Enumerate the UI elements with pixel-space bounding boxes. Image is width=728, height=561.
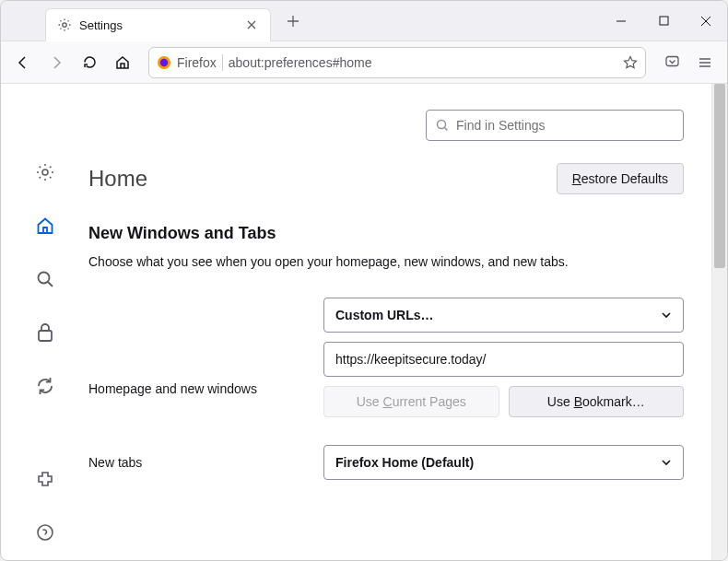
url-bar[interactable]: Firefox about:preferences#home bbox=[148, 47, 646, 78]
titlebar: Settings bbox=[1, 1, 727, 41]
gear-icon bbox=[57, 18, 72, 32]
use-current-pages-button[interactable]: Use Current Pages bbox=[323, 386, 499, 417]
sidebar-home[interactable] bbox=[30, 211, 60, 240]
section-title: New Windows and Tabs bbox=[88, 224, 684, 243]
home-button[interactable] bbox=[108, 48, 137, 77]
reload-button[interactable] bbox=[75, 48, 104, 77]
svg-rect-7 bbox=[39, 331, 52, 341]
settings-search-input[interactable] bbox=[456, 118, 674, 133]
sidebar-extensions[interactable] bbox=[30, 464, 60, 494]
sidebar-help[interactable] bbox=[30, 518, 60, 547]
sidebar-sync[interactable] bbox=[30, 371, 60, 401]
svg-rect-4 bbox=[666, 57, 678, 66]
scrollbar-thumb[interactable] bbox=[714, 84, 725, 268]
tab-title: Settings bbox=[79, 18, 244, 32]
svg-point-6 bbox=[38, 273, 49, 284]
url-text: about:preferences#home bbox=[229, 55, 617, 70]
homepage-label: Homepage and new windows bbox=[88, 381, 323, 396]
newtabs-select[interactable]: Firefox Home (Default) bbox=[323, 445, 684, 480]
svg-point-3 bbox=[160, 58, 168, 65]
chevron-down-icon bbox=[661, 457, 672, 468]
use-bookmark-button[interactable]: Use Bookmark… bbox=[509, 386, 685, 417]
restore-defaults-button[interactable]: Restore Defaults bbox=[557, 163, 684, 194]
sidebar-search[interactable] bbox=[30, 264, 60, 294]
settings-search[interactable] bbox=[426, 110, 684, 141]
url-separator bbox=[222, 54, 223, 71]
svg-point-9 bbox=[438, 121, 446, 129]
back-button[interactable] bbox=[8, 48, 38, 77]
forward-button bbox=[41, 48, 71, 77]
toolbar: Firefox about:preferences#home bbox=[1, 41, 727, 84]
bookmark-star-icon[interactable] bbox=[623, 55, 638, 70]
homepage-url-input[interactable] bbox=[323, 342, 684, 377]
sidebar-privacy[interactable] bbox=[30, 318, 60, 347]
maximize-button[interactable] bbox=[642, 1, 685, 41]
svg-point-5 bbox=[42, 169, 48, 175]
sidebar bbox=[1, 84, 88, 560]
save-pocket-button[interactable] bbox=[657, 48, 687, 77]
newtabs-label: New tabs bbox=[88, 455, 323, 470]
search-icon bbox=[436, 119, 449, 132]
section-description: Choose what you see when you open your h… bbox=[88, 252, 684, 272]
vertical-scrollbar[interactable] bbox=[711, 84, 727, 560]
new-tab-button[interactable] bbox=[280, 8, 306, 34]
firefox-icon bbox=[157, 55, 171, 70]
window-controls bbox=[600, 1, 727, 41]
homepage-mode-value: Custom URLs… bbox=[335, 308, 434, 322]
close-icon[interactable] bbox=[244, 18, 259, 32]
svg-rect-1 bbox=[660, 17, 668, 25]
browser-tab[interactable]: Settings bbox=[45, 8, 271, 41]
content-area: Home Restore Defaults New Windows and Ta… bbox=[1, 84, 711, 560]
close-window-button[interactable] bbox=[685, 1, 727, 41]
main-panel: Home Restore Defaults New Windows and Ta… bbox=[88, 84, 711, 560]
newtabs-value: Firefox Home (Default) bbox=[335, 455, 474, 470]
app-menu-button[interactable] bbox=[690, 48, 720, 77]
chevron-down-icon bbox=[661, 310, 672, 321]
svg-point-0 bbox=[63, 23, 66, 27]
url-identity: Firefox bbox=[177, 55, 217, 70]
sidebar-general[interactable] bbox=[30, 158, 60, 187]
page-title: Home bbox=[88, 166, 147, 192]
minimize-button[interactable] bbox=[600, 1, 642, 41]
homepage-mode-select[interactable]: Custom URLs… bbox=[323, 298, 684, 333]
